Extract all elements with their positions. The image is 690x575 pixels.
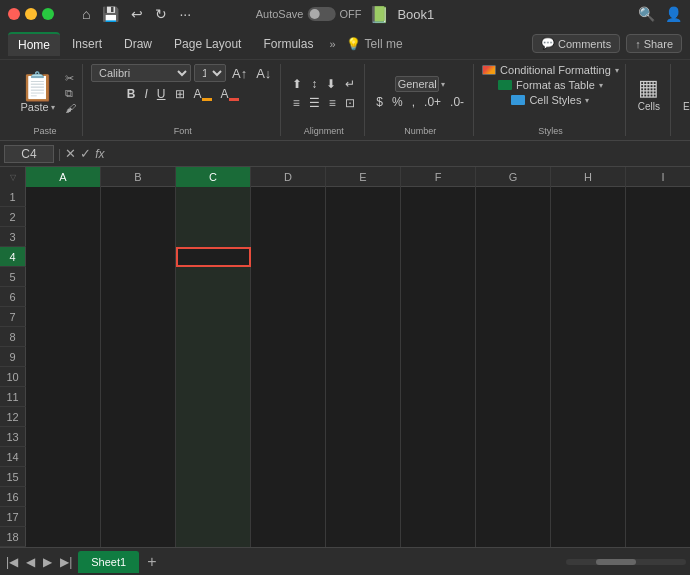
grid-cell[interactable] xyxy=(26,467,101,487)
grid-cell[interactable] xyxy=(476,247,551,267)
comma-button[interactable]: , xyxy=(409,94,418,110)
grid-cell[interactable] xyxy=(176,407,251,427)
percent-button[interactable]: % xyxy=(389,94,406,110)
grid-cell[interactable] xyxy=(326,507,401,527)
grid-cell[interactable] xyxy=(176,267,251,287)
grid-cell[interactable] xyxy=(626,327,690,347)
grid-cell[interactable] xyxy=(326,487,401,507)
grid-cell[interactable] xyxy=(101,387,176,407)
grid-cell[interactable] xyxy=(326,407,401,427)
save-icon[interactable]: 💾 xyxy=(100,4,121,24)
grid-cell[interactable] xyxy=(551,467,626,487)
grid-cell[interactable] xyxy=(626,427,690,447)
grid-cell[interactable] xyxy=(551,187,626,207)
grid-cell[interactable] xyxy=(251,207,326,227)
grid-cell[interactable] xyxy=(401,307,476,327)
row-header[interactable]: 11 xyxy=(0,387,26,406)
grid-cell[interactable] xyxy=(401,487,476,507)
grid-cell[interactable] xyxy=(101,427,176,447)
grid-cell[interactable] xyxy=(101,347,176,367)
col-header-h[interactable]: H xyxy=(551,167,626,187)
grid-cell[interactable] xyxy=(401,347,476,367)
grid-cell[interactable] xyxy=(401,387,476,407)
grid-cell[interactable] xyxy=(476,307,551,327)
grid-cell[interactable] xyxy=(101,447,176,467)
grid-cell[interactable] xyxy=(476,427,551,447)
grid-cell[interactable] xyxy=(251,187,326,207)
grid-cell[interactable] xyxy=(551,447,626,467)
row-header[interactable]: 14 xyxy=(0,447,26,466)
font-color-button[interactable]: A xyxy=(218,86,242,102)
grid-cell[interactable] xyxy=(251,407,326,427)
paste-dropdown-icon[interactable]: ▾ xyxy=(51,103,55,112)
grid-cell[interactable] xyxy=(626,367,690,387)
grid-cell[interactable] xyxy=(401,527,476,547)
grid-cell[interactable] xyxy=(251,287,326,307)
grid-cell[interactable] xyxy=(176,367,251,387)
copy-icon[interactable]: ⧉ xyxy=(65,87,76,100)
grid-cell[interactable] xyxy=(26,207,101,227)
grid-cell[interactable] xyxy=(626,527,690,547)
align-middle-button[interactable]: ↕ xyxy=(308,76,320,92)
grid-cell[interactable] xyxy=(476,507,551,527)
grid-cell[interactable] xyxy=(176,387,251,407)
home-icon[interactable]: ⌂ xyxy=(80,4,92,24)
grid-cell[interactable] xyxy=(26,307,101,327)
grid-cell[interactable] xyxy=(401,207,476,227)
grid-cell[interactable] xyxy=(101,327,176,347)
grid-cell[interactable] xyxy=(251,367,326,387)
grid-cell[interactable] xyxy=(326,447,401,467)
grid-cell[interactable] xyxy=(176,287,251,307)
grid-cell[interactable] xyxy=(176,427,251,447)
tell-me-tab[interactable]: 💡 Tell me xyxy=(346,37,403,51)
grid-cell[interactable] xyxy=(476,367,551,387)
grid-cell[interactable] xyxy=(176,207,251,227)
grid-cell[interactable] xyxy=(476,207,551,227)
row-header[interactable]: 3 xyxy=(0,227,26,246)
align-right-button[interactable]: ≡ xyxy=(326,95,339,111)
grid-cell[interactable] xyxy=(401,247,476,267)
grid-cell[interactable] xyxy=(26,507,101,527)
border-button[interactable]: ⊞ xyxy=(172,86,188,102)
grid-cell[interactable] xyxy=(101,467,176,487)
cell-reference-box[interactable] xyxy=(4,145,54,163)
grid-cell[interactable] xyxy=(176,247,251,267)
grid-cell[interactable] xyxy=(101,487,176,507)
grid-cell[interactable] xyxy=(401,447,476,467)
decrease-font-size-button[interactable]: A↓ xyxy=(253,65,274,82)
grid-cell[interactable] xyxy=(326,327,401,347)
grid-cell[interactable] xyxy=(326,527,401,547)
grid-cell[interactable] xyxy=(101,307,176,327)
grid-cell[interactable] xyxy=(401,187,476,207)
cs-dropdown-icon[interactable]: ▾ xyxy=(585,96,589,105)
currency-button[interactable]: $ xyxy=(373,94,386,110)
grid-cell[interactable] xyxy=(476,347,551,367)
align-top-button[interactable]: ⬆ xyxy=(289,76,305,92)
grid-cell[interactable] xyxy=(101,287,176,307)
increase-font-size-button[interactable]: A↑ xyxy=(229,65,250,82)
row-header[interactable]: 4 xyxy=(0,247,26,266)
grid-cell[interactable] xyxy=(326,207,401,227)
fat-dropdown-icon[interactable]: ▾ xyxy=(599,81,603,90)
grid-cell[interactable] xyxy=(26,187,101,207)
grid-cell[interactable] xyxy=(551,347,626,367)
formula-fx-icon[interactable]: fx xyxy=(95,147,104,161)
grid-cell[interactable] xyxy=(551,267,626,287)
grid-cell[interactable] xyxy=(551,427,626,447)
grid-cell[interactable] xyxy=(551,227,626,247)
row-header[interactable]: 17 xyxy=(0,507,26,526)
font-family-select[interactable]: Calibri xyxy=(91,64,191,82)
grid-cell[interactable] xyxy=(551,387,626,407)
grid-cell[interactable] xyxy=(176,467,251,487)
grid-cell[interactable] xyxy=(626,447,690,467)
grid-cell[interactable] xyxy=(26,407,101,427)
grid-cell[interactable] xyxy=(476,487,551,507)
grid-cell[interactable] xyxy=(26,287,101,307)
grid-cell[interactable] xyxy=(401,427,476,447)
col-header-b[interactable]: B xyxy=(101,167,176,187)
col-header-g[interactable]: G xyxy=(476,167,551,187)
grid-cell[interactable] xyxy=(401,227,476,247)
grid-cell[interactable] xyxy=(326,287,401,307)
grid-cell[interactable] xyxy=(251,347,326,367)
grid-cell[interactable] xyxy=(476,447,551,467)
